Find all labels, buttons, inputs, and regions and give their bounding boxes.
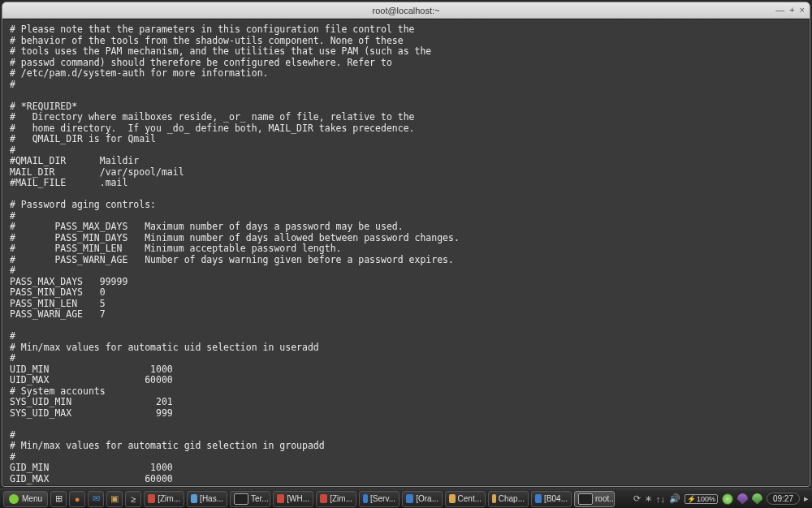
terminal-launcher-icon[interactable]: ≥ — [125, 491, 141, 507]
task-item[interactable]: [Ora... — [402, 491, 443, 507]
titlebar[interactable]: root@localhost:~ — + × — [2, 2, 810, 19]
task-item[interactable]: Cent... — [445, 491, 486, 507]
task-item-label: root... — [595, 494, 615, 503]
terminal-output[interactable]: # Please note that the parameters in thi… — [2, 19, 810, 486]
doc-icon — [363, 494, 368, 503]
doc-icon — [406, 494, 413, 503]
term-icon — [578, 493, 593, 505]
task-item-label: [Serv... — [370, 494, 395, 503]
task-item-label: Cent... — [458, 494, 482, 503]
menu-label: Menu — [22, 494, 42, 503]
task-item[interactable]: [Zim... — [144, 491, 184, 507]
updates-icon[interactable]: ⟳ — [633, 493, 641, 504]
task-item-label: [Zim... — [330, 494, 352, 503]
battery-indicator[interactable]: ⚡ 100% — [685, 494, 718, 504]
plug-icon: ⚡ — [687, 495, 696, 503]
network-icon[interactable]: ↑↓ — [656, 494, 665, 504]
taskbar: Menu ⊞ ● ✉ ▣ ≥ [Zim...[Has...Ter...[WH..… — [0, 489, 812, 508]
task-item-label: [B04... — [544, 494, 568, 503]
pdf-icon — [320, 494, 327, 503]
clock-time: 09:27 — [773, 494, 793, 503]
web-icon — [191, 494, 197, 503]
task-item-label: Ter... — [251, 494, 269, 503]
task-item-label: [Has... — [200, 494, 223, 503]
task-item-label: [Zim... — [158, 494, 180, 503]
start-menu-button[interactable]: Menu — [3, 491, 48, 507]
window-title: root@localhost:~ — [2, 6, 810, 15]
shield-icon[interactable] — [737, 493, 748, 505]
maximize-button[interactable]: + — [789, 5, 794, 15]
terminal-window: root@localhost:~ — + × # Please note tha… — [2, 2, 810, 487]
shield-icon-2[interactable] — [752, 493, 762, 505]
firefox-icon[interactable]: ● — [69, 491, 85, 507]
files-icon[interactable]: ▣ — [106, 491, 123, 507]
show-desktop-icon[interactable]: ⊞ — [50, 491, 67, 507]
task-item[interactable]: [Has... — [187, 491, 227, 507]
window-controls: — + × — [775, 5, 805, 15]
task-item[interactable]: root... — [574, 491, 615, 507]
close-button[interactable]: × — [800, 5, 805, 15]
battery-percent: 100% — [697, 495, 715, 503]
task-item[interactable]: [WH... — [273, 491, 313, 507]
folder-icon — [449, 494, 456, 503]
folder-icon — [492, 494, 496, 503]
task-item[interactable]: [B04... — [531, 491, 572, 507]
task-item[interactable]: Ter... — [230, 491, 270, 507]
tray-menu-icon[interactable]: ▸ — [804, 493, 809, 504]
task-item[interactable]: [Serv... — [359, 491, 400, 507]
task-items: [Zim...[Has...Ter...[WH...[Zim...[Serv..… — [144, 491, 615, 507]
system-tray: ⟳ ∗ ↑↓ 🔊 ⚡ 100% 09:27 ▸ — [633, 493, 809, 505]
task-item-label: [WH... — [287, 494, 309, 503]
task-item[interactable]: [Zim... — [316, 491, 356, 507]
task-item[interactable]: Chap... — [488, 491, 529, 507]
status-ok-icon[interactable] — [722, 493, 733, 505]
pdf-icon — [148, 494, 155, 503]
bluetooth-icon[interactable]: ∗ — [645, 493, 652, 504]
doc-icon — [535, 494, 542, 503]
thunderbird-icon[interactable]: ✉ — [88, 491, 104, 507]
mint-logo-icon — [9, 494, 19, 504]
task-item-label: Chap... — [499, 494, 525, 503]
volume-icon[interactable]: 🔊 — [669, 493, 680, 504]
term-icon — [234, 493, 248, 505]
minimize-button[interactable]: — — [775, 5, 784, 15]
task-item-label: [Ora... — [416, 494, 438, 503]
clock[interactable]: 09:27 — [767, 493, 800, 505]
pdf-icon — [277, 494, 284, 503]
